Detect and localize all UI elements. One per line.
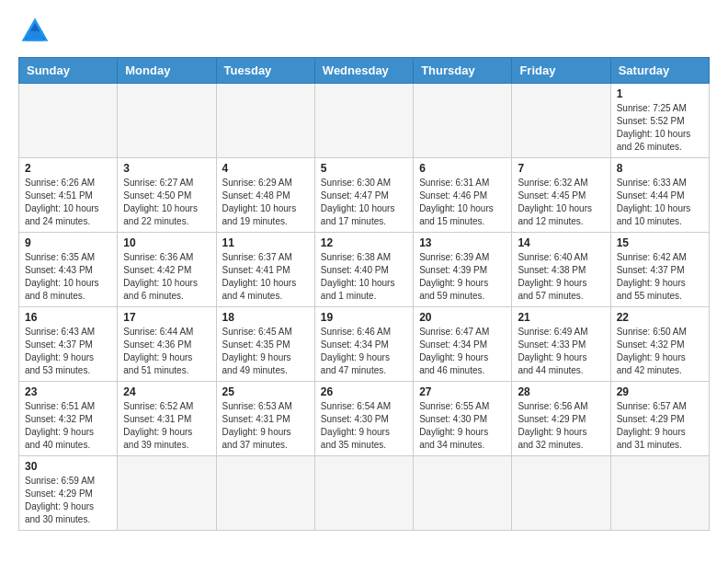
day-number: 17 (123, 311, 210, 324)
day-number: 3 (123, 162, 210, 175)
calendar-cell (216, 456, 314, 531)
day-info: Sunrise: 6:56 AM Sunset: 4:29 PM Dayligh… (518, 400, 604, 452)
calendar-cell (314, 456, 413, 531)
day-number: 27 (419, 385, 506, 398)
calendar-cell (512, 84, 610, 158)
day-info: Sunrise: 6:33 AM Sunset: 4:44 PM Dayligh… (617, 177, 703, 228)
day-info: Sunrise: 6:27 AM Sunset: 4:50 PM Dayligh… (123, 177, 210, 228)
calendar-cell: 15Sunrise: 6:42 AM Sunset: 4:37 PM Dayli… (610, 233, 709, 307)
day-number: 21 (518, 311, 604, 324)
calendar-cell: 11Sunrise: 6:37 AM Sunset: 4:41 PM Dayli… (216, 233, 314, 307)
day-number: 26 (321, 385, 407, 398)
day-info: Sunrise: 6:31 AM Sunset: 4:46 PM Dayligh… (419, 177, 506, 228)
calendar-cell (414, 84, 512, 158)
day-number: 24 (123, 385, 210, 398)
day-info: Sunrise: 6:45 AM Sunset: 4:35 PM Dayligh… (222, 326, 309, 377)
logo (18, 15, 55, 48)
day-number: 18 (222, 311, 309, 324)
day-number: 9 (25, 236, 111, 249)
calendar-cell: 6Sunrise: 6:31 AM Sunset: 4:46 PM Daylig… (414, 158, 512, 233)
weekday-thursday: Thursday (414, 58, 512, 84)
calendar-cell (414, 456, 512, 531)
week-row-4: 16Sunrise: 6:43 AM Sunset: 4:37 PM Dayli… (19, 307, 710, 382)
calendar-cell: 30Sunrise: 6:59 AM Sunset: 4:29 PM Dayli… (19, 456, 118, 531)
day-info: Sunrise: 6:40 AM Sunset: 4:38 PM Dayligh… (518, 251, 604, 303)
day-number: 1 (617, 87, 703, 100)
week-row-3: 9Sunrise: 6:35 AM Sunset: 4:43 PM Daylig… (19, 233, 710, 307)
day-number: 10 (123, 236, 210, 249)
day-number: 16 (25, 311, 111, 324)
calendar-cell: 10Sunrise: 6:36 AM Sunset: 4:42 PM Dayli… (118, 233, 216, 307)
day-number: 15 (617, 236, 703, 249)
day-info: Sunrise: 6:46 AM Sunset: 4:34 PM Dayligh… (321, 326, 407, 377)
day-number: 4 (222, 162, 309, 175)
weekday-friday: Friday (512, 58, 610, 84)
calendar-cell: 17Sunrise: 6:44 AM Sunset: 4:36 PM Dayli… (118, 307, 216, 382)
day-info: Sunrise: 6:42 AM Sunset: 4:37 PM Dayligh… (617, 251, 703, 303)
calendar-cell (19, 84, 118, 158)
calendar-cell: 4Sunrise: 6:29 AM Sunset: 4:48 PM Daylig… (216, 158, 314, 233)
day-info: Sunrise: 6:55 AM Sunset: 4:30 PM Dayligh… (419, 400, 506, 452)
day-info: Sunrise: 6:36 AM Sunset: 4:42 PM Dayligh… (123, 251, 210, 303)
weekday-monday: Monday (118, 58, 216, 84)
weekday-sunday: Sunday (19, 58, 118, 84)
day-info: Sunrise: 6:32 AM Sunset: 4:45 PM Dayligh… (518, 177, 604, 228)
day-info: Sunrise: 6:30 AM Sunset: 4:47 PM Dayligh… (321, 177, 407, 228)
day-number: 12 (321, 236, 407, 249)
calendar-cell: 27Sunrise: 6:55 AM Sunset: 4:30 PM Dayli… (414, 382, 512, 456)
week-row-5: 23Sunrise: 6:51 AM Sunset: 4:32 PM Dayli… (19, 382, 710, 456)
page: SundayMondayTuesdayWednesdayThursdayFrid… (0, 0, 728, 563)
week-row-1: 1Sunrise: 7:25 AM Sunset: 5:52 PM Daylig… (19, 84, 710, 158)
calendar-cell (610, 456, 709, 531)
calendar-cell: 21Sunrise: 6:49 AM Sunset: 4:33 PM Dayli… (512, 307, 610, 382)
calendar-cell: 25Sunrise: 6:53 AM Sunset: 4:31 PM Dayli… (216, 382, 314, 456)
logo-icon (18, 15, 51, 48)
day-number: 23 (25, 385, 111, 398)
day-number: 22 (617, 311, 703, 324)
day-info: Sunrise: 6:50 AM Sunset: 4:32 PM Dayligh… (617, 326, 703, 377)
day-info: Sunrise: 6:29 AM Sunset: 4:48 PM Dayligh… (222, 177, 309, 228)
day-number: 30 (25, 460, 111, 473)
calendar-cell: 1Sunrise: 7:25 AM Sunset: 5:52 PM Daylig… (610, 84, 709, 158)
header (18, 15, 710, 48)
day-number: 14 (518, 236, 604, 249)
calendar-cell: 7Sunrise: 6:32 AM Sunset: 4:45 PM Daylig… (512, 158, 610, 233)
day-info: Sunrise: 6:39 AM Sunset: 4:39 PM Dayligh… (419, 251, 506, 303)
calendar-cell: 26Sunrise: 6:54 AM Sunset: 4:30 PM Dayli… (314, 382, 413, 456)
calendar-cell: 24Sunrise: 6:52 AM Sunset: 4:31 PM Dayli… (118, 382, 216, 456)
calendar-cell: 3Sunrise: 6:27 AM Sunset: 4:50 PM Daylig… (118, 158, 216, 233)
day-number: 2 (25, 162, 111, 175)
calendar-cell: 23Sunrise: 6:51 AM Sunset: 4:32 PM Dayli… (19, 382, 118, 456)
day-info: Sunrise: 6:35 AM Sunset: 4:43 PM Dayligh… (25, 251, 111, 303)
day-number: 19 (321, 311, 407, 324)
day-info: Sunrise: 6:44 AM Sunset: 4:36 PM Dayligh… (123, 326, 210, 377)
weekday-header-row: SundayMondayTuesdayWednesdayThursdayFrid… (19, 58, 710, 84)
calendar-cell (216, 84, 314, 158)
weekday-saturday: Saturday (610, 58, 709, 84)
week-row-6: 30Sunrise: 6:59 AM Sunset: 4:29 PM Dayli… (19, 456, 710, 531)
day-info: Sunrise: 6:49 AM Sunset: 4:33 PM Dayligh… (518, 326, 604, 377)
calendar-cell (118, 456, 216, 531)
calendar-cell: 8Sunrise: 6:33 AM Sunset: 4:44 PM Daylig… (610, 158, 709, 233)
day-number: 5 (321, 162, 407, 175)
calendar-cell: 16Sunrise: 6:43 AM Sunset: 4:37 PM Dayli… (19, 307, 118, 382)
day-info: Sunrise: 6:38 AM Sunset: 4:40 PM Dayligh… (321, 251, 407, 303)
calendar-cell: 28Sunrise: 6:56 AM Sunset: 4:29 PM Dayli… (512, 382, 610, 456)
day-info: Sunrise: 6:59 AM Sunset: 4:29 PM Dayligh… (25, 475, 111, 526)
day-number: 29 (617, 385, 703, 398)
day-number: 25 (222, 385, 309, 398)
calendar-table: SundayMondayTuesdayWednesdayThursdayFrid… (18, 57, 710, 531)
calendar-cell: 9Sunrise: 6:35 AM Sunset: 4:43 PM Daylig… (19, 233, 118, 307)
day-info: Sunrise: 6:54 AM Sunset: 4:30 PM Dayligh… (321, 400, 407, 452)
calendar-cell: 29Sunrise: 6:57 AM Sunset: 4:29 PM Dayli… (610, 382, 709, 456)
day-info: Sunrise: 6:37 AM Sunset: 4:41 PM Dayligh… (222, 251, 309, 303)
day-info: Sunrise: 6:52 AM Sunset: 4:31 PM Dayligh… (123, 400, 210, 452)
day-info: Sunrise: 6:26 AM Sunset: 4:51 PM Dayligh… (25, 177, 111, 228)
calendar-cell (314, 84, 413, 158)
calendar-cell: 13Sunrise: 6:39 AM Sunset: 4:39 PM Dayli… (414, 233, 512, 307)
day-info: Sunrise: 6:43 AM Sunset: 4:37 PM Dayligh… (25, 326, 111, 377)
day-number: 13 (419, 236, 506, 249)
calendar-cell: 14Sunrise: 6:40 AM Sunset: 4:38 PM Dayli… (512, 233, 610, 307)
weekday-wednesday: Wednesday (314, 58, 413, 84)
calendar-cell: 12Sunrise: 6:38 AM Sunset: 4:40 PM Dayli… (314, 233, 413, 307)
